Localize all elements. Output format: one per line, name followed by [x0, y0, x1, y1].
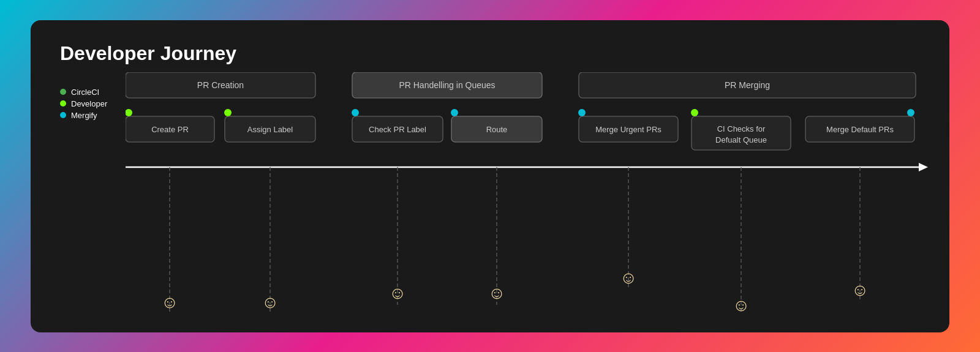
- phase-pr-creation-label: PR Creation: [197, 80, 244, 90]
- svg-text:Check PR Label: Check PR Label: [369, 125, 426, 134]
- dot-ci-checks: [691, 109, 698, 116]
- dot-route: [451, 109, 458, 116]
- legend-item-circleci: CircleCI: [60, 88, 107, 97]
- smiley-7: ☺: [851, 280, 869, 299]
- phase-pr-handling-label: PR Handelling in Queues: [399, 80, 495, 90]
- mergify-dot: [60, 112, 66, 118]
- smiley-1: ☺: [161, 293, 179, 312]
- timeline-arrow: [919, 163, 928, 171]
- svg-text:Merge Urgent PRs: Merge Urgent PRs: [595, 125, 662, 134]
- svg-text:Route: Route: [486, 125, 508, 134]
- smiley-5: ☺: [620, 268, 638, 287]
- diagram-svg: PR Creation PR Handelling in Queues PR M…: [126, 72, 928, 329]
- legend-label-mergify: Mergify: [71, 111, 97, 120]
- legend-label-circleci: CircleCI: [71, 88, 99, 97]
- svg-text:Create PR: Create PR: [151, 125, 189, 134]
- smiley-4: ☺: [488, 283, 506, 302]
- legend-label-developer: Developer: [71, 99, 107, 108]
- dot-check-pr-label: [352, 109, 359, 116]
- dot-merge-default-prs: [907, 109, 914, 116]
- legend: CircleCI Developer Mergify: [60, 88, 107, 120]
- svg-text:CI Checks for: CI Checks for: [717, 124, 766, 133]
- smiley-2: ☺: [262, 293, 279, 312]
- main-card: Developer Journey CircleCI Developer Mer…: [31, 20, 949, 332]
- phase-pr-merging-label: PR Merging: [725, 80, 770, 90]
- smiley-3: ☺: [389, 283, 407, 302]
- dot-assign-label: [224, 109, 232, 116]
- developer-dot: [60, 100, 66, 107]
- svg-text:Defualt Queue: Defualt Queue: [715, 135, 767, 144]
- legend-item-mergify: Mergify: [60, 111, 107, 120]
- circleci-dot: [60, 89, 66, 95]
- smiley-6: ☺: [733, 296, 750, 315]
- page-title: Developer Journey: [60, 42, 920, 65]
- svg-text:Assign Label: Assign Label: [247, 125, 293, 134]
- dot-merge-urgent-prs: [578, 109, 586, 116]
- svg-text:Merge Default PRs: Merge Default PRs: [826, 125, 894, 134]
- dot-create-pr: [126, 109, 132, 116]
- legend-item-developer: Developer: [60, 99, 107, 108]
